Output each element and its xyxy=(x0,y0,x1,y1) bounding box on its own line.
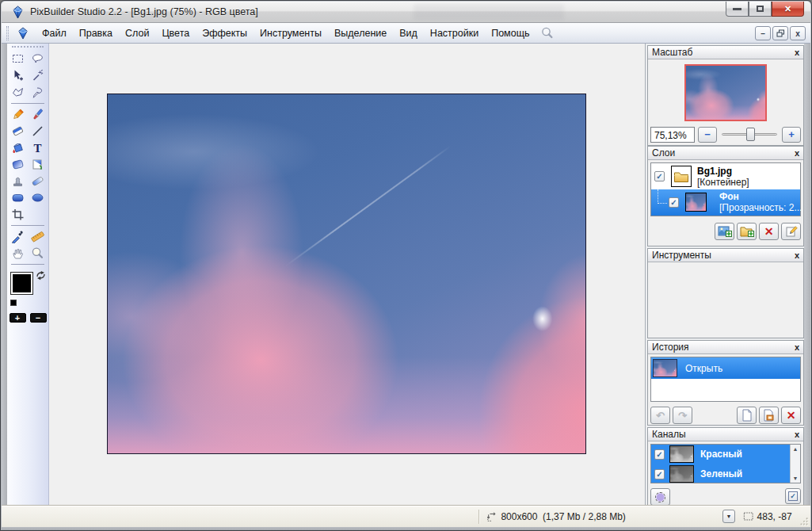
foreground-color-swatch[interactable] xyxy=(10,272,33,295)
eraser-tool[interactable] xyxy=(10,123,27,139)
new-document-from-state-button[interactable] xyxy=(737,407,757,424)
tool-options-close-icon[interactable]: x xyxy=(795,251,799,260)
navigator-thumbnail[interactable] xyxy=(684,64,767,121)
crop-tool[interactable] xyxy=(10,206,27,223)
statusbar-dropdown-button[interactable]: ▼ xyxy=(722,510,735,523)
navigator-close-icon[interactable]: x xyxy=(795,48,799,57)
ruler-tool[interactable] xyxy=(29,228,47,245)
channels-panel-title: Каналы xyxy=(652,429,795,440)
menu-colors[interactable]: Цвета xyxy=(155,25,196,42)
zoom-slider[interactable] xyxy=(720,128,779,141)
add-layer-button[interactable] xyxy=(715,223,734,240)
layer-properties-button[interactable] xyxy=(781,223,801,240)
delete-history-button[interactable]: ✕ xyxy=(781,407,801,424)
menu-settings[interactable]: Настройки xyxy=(424,25,485,42)
brush-tool[interactable] xyxy=(29,106,47,123)
clone-stamp-tool[interactable] xyxy=(10,173,27,189)
default-colors-icon[interactable] xyxy=(10,300,20,308)
app-logo-icon xyxy=(11,6,25,19)
polygon-lasso-tool[interactable] xyxy=(10,84,27,101)
navigator-panel-header[interactable]: Масштаб x xyxy=(648,46,803,59)
retouch-tool[interactable] xyxy=(29,173,47,189)
magic-wand-tool[interactable] xyxy=(29,67,47,84)
rect-select-tool[interactable] xyxy=(10,51,27,67)
gradient-tool[interactable] xyxy=(10,156,27,173)
title-bar[interactable]: PixBuilder Studio 2.2 - [Bg1.jpg (75%) -… xyxy=(2,2,810,23)
move-tool[interactable] xyxy=(10,67,27,84)
maximize-button[interactable] xyxy=(749,2,772,17)
channel-row-red[interactable]: ✓ Красный xyxy=(651,445,790,464)
eyedropper-tool[interactable] xyxy=(10,228,27,245)
delete-layer-button[interactable]: ✕ xyxy=(759,223,779,240)
menu-edit[interactable]: Правка xyxy=(73,25,119,42)
hand-tool[interactable] xyxy=(10,245,27,262)
history-panel-header[interactable]: История x xyxy=(648,341,803,354)
channels-scrollbar[interactable]: ▲ ▼ xyxy=(790,445,800,483)
channel-mask-button[interactable]: ✓ xyxy=(785,488,801,504)
mdi-close-button[interactable]: x xyxy=(790,26,806,40)
mask-check-icon: ✓ xyxy=(788,491,798,501)
layer-folder-icon[interactable] xyxy=(671,166,692,187)
history-close-icon[interactable]: x xyxy=(795,343,799,352)
zoom-value-field[interactable]: 75,13% xyxy=(650,127,695,143)
layer-row-container[interactable]: ✓ Bg1.jpg [Контейнер] xyxy=(651,163,800,189)
create-snapshot-button[interactable] xyxy=(759,407,779,424)
tool-options-panel-header[interactable]: Инструменты x xyxy=(648,249,803,262)
layers-close-icon[interactable]: x xyxy=(795,149,799,158)
magnetic-lasso-tool[interactable] xyxy=(29,84,47,101)
layer-visibility-checkbox[interactable]: ✓ xyxy=(669,197,679,208)
search-icon[interactable] xyxy=(540,26,555,40)
resize-grip[interactable] xyxy=(799,515,809,527)
line-tool[interactable] xyxy=(29,123,47,139)
fill-tool[interactable] xyxy=(10,139,27,156)
layer-subtitle: [Контейнер] xyxy=(697,177,749,188)
ellipse-tool[interactable] xyxy=(29,189,47,206)
zoom-slider-thumb[interactable] xyxy=(746,128,755,141)
minimize-button[interactable] xyxy=(726,2,749,17)
undo-button[interactable]: ↶ xyxy=(650,407,670,424)
close-button[interactable]: ✕ xyxy=(772,2,804,17)
layer-row-selected[interactable]: ✓ Фон [Прозрачность: 2... xyxy=(651,189,800,216)
menu-selection[interactable]: Выделение xyxy=(328,25,393,42)
layers-panel-header[interactable]: Слои x xyxy=(648,147,803,160)
zoom-in-button[interactable]: + xyxy=(782,127,801,143)
image-document[interactable] xyxy=(107,94,586,454)
layer-name: Фон xyxy=(719,191,739,202)
layer-thumbnail[interactable] xyxy=(685,193,707,212)
navigator-panel: Масштаб x 75,13% − + xyxy=(647,45,804,146)
menu-layer[interactable]: Слой xyxy=(119,25,155,42)
brush-size-increase-button[interactable]: + xyxy=(10,313,26,323)
menu-effects[interactable]: Эффекты xyxy=(196,25,254,42)
menu-help[interactable]: Помощь xyxy=(485,25,536,42)
toolbar-grip-handle[interactable] xyxy=(12,46,44,48)
mdi-minimize-button[interactable]: – xyxy=(755,26,771,40)
canvas-area[interactable] xyxy=(49,44,645,505)
load-channel-selection-button[interactable] xyxy=(650,488,670,506)
channel-row-green[interactable]: ✓ Зеленый xyxy=(651,464,790,484)
channels-close-icon[interactable]: x xyxy=(795,430,799,439)
brush-size-decrease-button[interactable]: − xyxy=(30,313,47,323)
channel-label: Красный xyxy=(700,449,742,460)
menu-file[interactable]: Файл xyxy=(36,25,73,42)
scroll-down-icon[interactable]: ▼ xyxy=(793,474,799,483)
lasso-select-tool[interactable] xyxy=(29,51,47,67)
history-item-selected[interactable]: Открыть xyxy=(651,357,800,379)
text-tool[interactable]: T xyxy=(29,139,47,156)
zoom-tool[interactable] xyxy=(29,245,47,262)
channel-visibility-checkbox[interactable]: ✓ xyxy=(654,469,665,479)
swap-colors-icon[interactable] xyxy=(36,270,46,281)
mdi-restore-button[interactable] xyxy=(772,26,788,40)
pattern-fill-tool[interactable] xyxy=(29,156,47,173)
channels-panel-header[interactable]: Каналы x xyxy=(648,428,803,441)
scroll-up-icon[interactable]: ▲ xyxy=(793,445,799,453)
zoom-out-button[interactable]: − xyxy=(698,127,717,143)
layer-visibility-checkbox[interactable]: ✓ xyxy=(654,171,665,181)
menu-tools[interactable]: Инструменты xyxy=(254,25,328,42)
add-folder-button[interactable] xyxy=(737,223,757,240)
redo-button[interactable]: ↷ xyxy=(673,407,692,424)
menu-view[interactable]: Вид xyxy=(393,25,424,42)
channel-visibility-checkbox[interactable]: ✓ xyxy=(654,449,665,460)
pencil-tool[interactable] xyxy=(10,106,27,123)
rounded-rect-tool[interactable] xyxy=(10,189,27,206)
menu-grip-handle[interactable] xyxy=(6,26,9,40)
